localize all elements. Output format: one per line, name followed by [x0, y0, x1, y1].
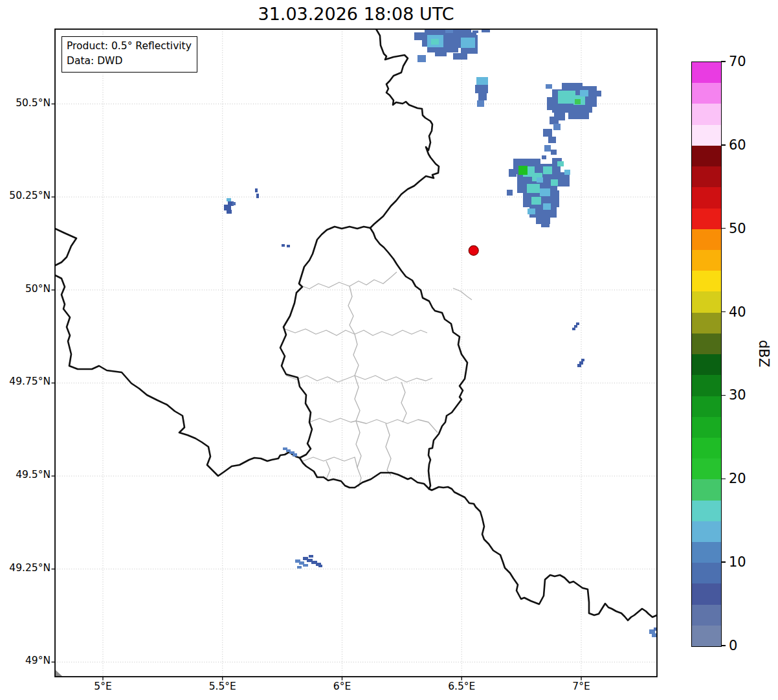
colorbar-segment: [692, 605, 721, 626]
echo-cell: [543, 166, 552, 174]
echo-cell: [256, 194, 259, 198]
map-canvas: [0, 0, 778, 700]
echo-cell: [475, 85, 488, 93]
y-tick-label: 50.5°N: [0, 97, 50, 109]
colorbar-axis-label: dBZ: [740, 328, 778, 379]
colorbar-segment: [692, 396, 721, 417]
border-france-germany: [429, 487, 657, 620]
x-tick-label: 6.5°E: [448, 681, 475, 692]
colorbar-tick-label: 0: [729, 639, 737, 653]
radar-map-figure: { "title": "31.03.2026 18:08 UTC", "info…: [0, 0, 778, 700]
echo-cell: [574, 325, 577, 328]
echo-cell: [461, 38, 475, 48]
radar-site-marker-layer: [469, 245, 478, 255]
echo-cell: [287, 245, 290, 247]
echo-cell: [224, 205, 231, 210]
echo-cell: [293, 453, 297, 457]
colorbar-tick-label: 40: [729, 306, 746, 319]
colorbar-tick-label: 30: [729, 389, 746, 402]
colorbar-segment: [692, 521, 721, 542]
echo-cell: [557, 161, 564, 166]
echo-cell: [435, 51, 447, 56]
y-tick-label: 49.75°N: [0, 376, 50, 387]
echo-cell: [581, 359, 584, 361]
echo-cell: [477, 100, 484, 107]
colorbar-tick-label: 50: [729, 222, 746, 236]
echo-cell: [577, 364, 581, 367]
echo-cell: [575, 99, 581, 104]
colorbar-segment: [692, 209, 721, 229]
colorbar-segment: [692, 250, 721, 271]
colorbar-segment: [692, 146, 721, 166]
echo-cell: [255, 188, 258, 192]
echo-cell: [478, 93, 487, 100]
echo-cell: [544, 145, 551, 152]
colorbar: [691, 62, 722, 647]
echo-cell: [551, 179, 558, 186]
echo-cell: [551, 150, 557, 155]
colorbar-segment: [692, 187, 721, 208]
echo-cell: [547, 97, 556, 110]
plot-title: 31.03.2026 18:08 UTC: [55, 4, 657, 24]
colorbar-tick: [721, 228, 726, 229]
echo-cell: [572, 328, 575, 330]
echo-cell: [564, 170, 570, 175]
echo-cell: [652, 633, 657, 637]
border-luxembourg-south: [300, 458, 429, 489]
radar-echoes: [224, 27, 657, 637]
echo-cell: [558, 91, 575, 104]
colorbar-segment: [692, 542, 721, 563]
echo-cell: [318, 565, 322, 567]
colorbar-segment: [692, 563, 721, 583]
echo-cell: [531, 197, 541, 205]
y-tick-label: 49.25°N: [0, 562, 50, 574]
echo-cell: [546, 84, 552, 89]
y-tick-label: 50.25°N: [0, 190, 50, 201]
colorbar-segment: [692, 229, 721, 250]
colorbar-segment: [692, 438, 721, 458]
colorbar-segment: [692, 83, 721, 104]
colorbar-tick-label: 10: [729, 556, 746, 569]
echo-cell: [509, 169, 517, 177]
echo-cell: [227, 198, 231, 201]
echo-cell: [303, 564, 308, 567]
product-info-box: Product: 0.5° Reflectivity Data: DWD: [61, 36, 197, 73]
colorbar-segment: [692, 62, 721, 83]
echo-cell: [309, 555, 313, 558]
echo-cell: [431, 39, 439, 45]
echo-cell: [472, 30, 478, 33]
colorbar-tick: [721, 395, 726, 396]
data-source-line: Data: DWD: [67, 54, 192, 69]
colorbar-tick: [721, 645, 726, 646]
echo-cell: [595, 91, 601, 96]
colorbar-tick: [721, 311, 726, 313]
colorbar-segment: [692, 458, 721, 479]
echo-cell: [527, 184, 540, 193]
colorbar-segment: [692, 291, 721, 312]
echo-cell: [536, 215, 550, 224]
x-tick-label: 5.5°E: [209, 681, 236, 692]
colorbar-segment: [692, 417, 721, 438]
colorbar-tick: [721, 61, 726, 62]
x-tick-label: 7°E: [572, 681, 590, 692]
echo-cell: [518, 166, 528, 175]
echo-cell: [507, 190, 513, 196]
colorbar-tick: [721, 144, 726, 146]
colorbar-segment: [692, 583, 721, 604]
echo-cell: [548, 137, 556, 143]
colorbar-segment: [692, 479, 721, 500]
y-tick-label: 49°N: [0, 655, 50, 666]
echo-cell: [282, 244, 285, 247]
border-belgium-germany: [370, 28, 439, 228]
x-tick-label: 5°E: [94, 681, 111, 692]
country-borders: [55, 28, 657, 620]
colorbar-tick-label: 60: [729, 139, 746, 152]
colorbar-tick-label: 70: [729, 55, 746, 69]
border-luxembourg-east: [370, 228, 467, 489]
echo-cell: [232, 202, 236, 205]
colorbar-tick: [721, 561, 726, 563]
echo-cell: [541, 223, 550, 227]
colorbar-segment: [692, 626, 721, 646]
echo-cell: [297, 566, 302, 569]
colorbar-segment: [692, 166, 721, 187]
